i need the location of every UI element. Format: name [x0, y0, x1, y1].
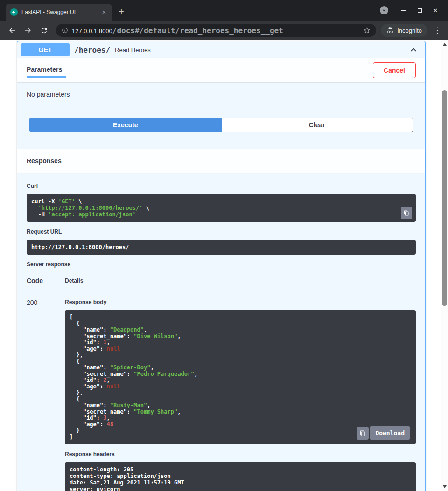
browser-toolbar: 127.0.0.1:8000/docs#/default/read_heroes…: [0, 21, 448, 40]
download-response-button[interactable]: Download: [370, 426, 410, 440]
incognito-icon: [386, 27, 394, 34]
curl-command-block: curl -X 'GET' \ 'http://127.0.0.1:8000/h…: [27, 194, 416, 222]
url-host: 127.0.0.1:8000: [72, 28, 112, 35]
server-response-table: Code Details 200 Response body [ {: [27, 272, 416, 491]
request-url-text: http://127.0.0.1:8000/heroes/: [27, 240, 416, 255]
request-url-block: http://127.0.0.1:8000/heroes/: [27, 240, 416, 255]
response-headers-label: Response headers: [65, 451, 416, 457]
browser-tab[interactable]: FastAPI - Swagger UI ×: [6, 4, 112, 21]
copy-response-button[interactable]: [357, 427, 369, 440]
url-text: 127.0.0.1:8000/docs#/default/read_heroes…: [72, 26, 359, 35]
responses-body: Curl curl -X 'GET' \ 'http://127.0.0.1:8…: [17, 173, 425, 491]
parameters-tab: Parameters: [27, 62, 66, 78]
url-bar[interactable]: 127.0.0.1:8000/docs#/default/read_heroes…: [56, 24, 376, 37]
curl-label: Curl: [27, 183, 416, 189]
response-body-text: [ { "name": "Deadpond", "secret_name": "…: [65, 310, 416, 444]
parameters-body: No parameters: [17, 82, 425, 98]
site-info-icon[interactable]: [62, 27, 68, 34]
opblock-summary[interactable]: GET /heroes/ Read Heroes: [17, 41, 425, 58]
vertical-scrollbar[interactable]: [441, 40, 448, 491]
back-button[interactable]: [5, 23, 20, 38]
close-button[interactable]: ✕: [427, 0, 443, 21]
response-row: 200 Response body [ { "name": "Deadpond"…: [27, 291, 416, 491]
scrollbar-thumb[interactable]: [442, 90, 447, 306]
tab-search-icon[interactable]: [380, 6, 388, 14]
responses-title: Responses: [27, 157, 62, 165]
response-headers-text: content-length: 205 content-type: applic…: [65, 462, 416, 491]
bookmark-star-icon[interactable]: [363, 27, 371, 34]
cancel-button[interactable]: Cancel: [373, 62, 416, 78]
responses-header: Responses: [17, 149, 425, 173]
code-column-header: Code: [27, 272, 65, 291]
url-path: /docs#/default/read_heroes_heroes__get: [112, 26, 283, 35]
endpoint-summary: Read Heroes: [115, 47, 151, 54]
execute-button[interactable]: Execute: [29, 118, 222, 132]
execute-wrapper: Execute Clear: [17, 118, 425, 143]
curl-command-text: curl -X 'GET' \ 'http://127.0.0.1:8000/h…: [27, 194, 416, 222]
response-details-cell: Response body [ { "name": "Deadpond", "s…: [65, 291, 416, 491]
clipboard-icon: [360, 430, 366, 437]
parameters-header: Parameters Cancel: [17, 58, 425, 82]
window-controls: ✕: [380, 0, 448, 21]
scroll-down-arrow-icon[interactable]: [441, 484, 448, 490]
endpoint-path: /heroes/: [74, 46, 110, 55]
refresh-button[interactable]: [36, 23, 51, 38]
browser-window: FastAPI - Swagger UI × + ✕ 127.0.0.1:800: [0, 0, 448, 491]
tab-title: FastAPI - Swagger UI: [21, 9, 96, 15]
clipboard-icon: [404, 210, 409, 216]
details-column-header: Details: [65, 272, 416, 291]
tab-close-icon[interactable]: ×: [100, 8, 108, 16]
clear-button[interactable]: Clear: [222, 118, 413, 132]
opblock-get-heroes: GET /heroes/ Read Heroes Parameters Canc…: [17, 41, 426, 491]
request-url-label: Request URL: [27, 228, 416, 235]
incognito-badge: Incognito: [381, 24, 427, 37]
swagger-ui: GET /heroes/ Read Heroes Parameters Canc…: [0, 40, 441, 491]
new-tab-button[interactable]: +: [115, 5, 128, 18]
copy-curl-button[interactable]: [401, 207, 412, 219]
scroll-up-arrow-icon[interactable]: [441, 41, 448, 48]
maximize-icon: [418, 8, 422, 13]
response-headers-block: content-length: 205 content-type: applic…: [65, 462, 416, 491]
incognito-label: Incognito: [397, 27, 422, 34]
method-badge: GET: [21, 43, 70, 56]
response-body-label: Response body: [65, 299, 416, 305]
maximize-button[interactable]: [412, 0, 427, 21]
tab-bar: FastAPI - Swagger UI × + ✕: [0, 0, 448, 21]
no-parameters-text: No parameters: [27, 90, 416, 98]
collapse-chevron-icon[interactable]: [406, 44, 421, 55]
browser-menu-icon[interactable]: ⋮: [431, 26, 443, 35]
minimize-icon: [401, 10, 406, 11]
status-code: 200: [27, 291, 65, 491]
parameters-title: Parameters: [27, 66, 62, 73]
page-content: GET /heroes/ Read Heroes Parameters Canc…: [0, 40, 448, 491]
forward-button[interactable]: [21, 23, 35, 38]
server-response-label: Server response: [27, 261, 416, 268]
minimize-button[interactable]: [396, 0, 412, 21]
response-body-block: [ { "name": "Deadpond", "secret_name": "…: [65, 310, 416, 444]
fastapi-favicon-icon: [10, 8, 18, 16]
